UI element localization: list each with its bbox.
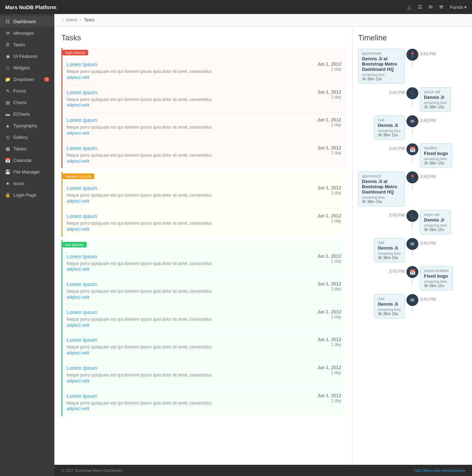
tl-left: mail Dennis Ji remaining time 3h 38m 15s <box>358 294 405 319</box>
tl-name: Fixed bugs <box>424 151 448 156</box>
task-link[interactable]: adipisci velit <box>67 131 89 136</box>
tl-remaining-label: remaining time <box>362 73 401 77</box>
sidebar-label-dropdown: Dropdown <box>13 77 34 82</box>
location-icon: 📍 <box>406 171 418 183</box>
sidebar-item-widgets[interactable]: ◻ Widgets <box>0 62 54 74</box>
task-link[interactable]: adipisci velit <box>67 295 89 300</box>
sidebar-item-gallery[interactable]: ◴ Gallery <box>0 131 54 143</box>
task-link[interactable]: adipisci velit <box>67 159 89 164</box>
task-title[interactable]: Lorem Ipsum <box>67 281 312 287</box>
breadcrumb-home[interactable]: Home <box>66 18 77 22</box>
task-item: Lorem Ipsum Neque porro quisquam est qui… <box>67 277 341 305</box>
sidebar-label-icons: Icons <box>13 181 24 186</box>
menu-icon[interactable]: ☰ <box>418 4 422 10</box>
task-item: Lorem Ipsum Neque porro quisquam est qui… <box>67 209 341 237</box>
wrench-icon[interactable]: ⚒ <box>439 4 444 10</box>
task-link[interactable]: adipisci velit <box>67 323 89 328</box>
task-title[interactable]: Lorem Ipsum <box>67 337 312 343</box>
phone-icon: 📞 <box>406 87 418 99</box>
task-duration: 1 day <box>317 259 341 264</box>
mail-icon[interactable]: ✉ <box>429 4 433 10</box>
location-icon: 📍 <box>406 49 418 61</box>
task-title[interactable]: Lorem Ipsum <box>67 117 312 123</box>
task-desc: Neque porro quisquam est qui dolorem ips… <box>67 344 312 356</box>
task-desc: Neque porro quisquam est qui dolorem ips… <box>67 97 312 109</box>
task-link[interactable]: adipisci velit <box>67 267 89 272</box>
tl-name: Dennis Ji <box>378 301 401 307</box>
tl-center: 📞 <box>405 210 420 229</box>
task-title[interactable]: Lorem Ipsum <box>67 61 312 67</box>
task-date: Jun 1, 2012 <box>317 365 341 370</box>
task-title[interactable]: Lorem Ipsum <box>67 145 312 151</box>
alert-icon[interactable]: △ <box>407 4 411 10</box>
tl-center: 📆 <box>405 266 420 285</box>
tl-card: appointment Dennis Ji at Bootstrap Metro… <box>358 171 405 206</box>
task-link[interactable]: adipisci velit <box>67 351 89 355</box>
sidebar-item-login-page[interactable]: 🔒 Login Page <box>0 189 54 201</box>
mail-icon: ✉ <box>406 294 418 306</box>
task-date: Jun 1, 2012 <box>317 185 341 190</box>
tl-name: Dennis Ji <box>378 123 401 128</box>
task-link[interactable]: adipisci velit <box>67 75 89 80</box>
medium-priority-items: Lorem Ipsum Neque porro quisquam est qui… <box>62 181 345 236</box>
task-duration: 1 day <box>317 150 341 155</box>
topbar: Mars NoDB Platform △ ☰ ✉ ⚒ Panda ▾ <box>0 0 472 14</box>
sidebar-item-icons[interactable]: ★ Icons <box>0 178 54 189</box>
sidebar-item-file-manager[interactable]: 💾 File Manager <box>0 166 54 178</box>
sidebar-item-messages[interactable]: ✉ Messages <box>0 27 54 39</box>
sidebar-item-dropdown[interactable]: 📁 Dropdown 3 <box>0 74 54 85</box>
sidebar-item-charts[interactable]: ▤ Charts <box>0 97 54 108</box>
task-link[interactable]: adipisci velit <box>67 379 89 383</box>
sidebar-item-tables[interactable]: ▦ Tables <box>0 143 54 155</box>
task-date: Jun 1, 2012 <box>317 393 341 398</box>
task-title[interactable]: Lorem Ipsum <box>67 253 312 259</box>
medium-priority-badge: medium priority <box>62 174 94 179</box>
tl-card: mail Dennis Ji remaining time 3h 38m 15s <box>374 115 405 140</box>
tl-card: appointment Dennis Ji at Bootstrap Metro… <box>358 49 405 84</box>
task-link[interactable]: adipisci velit <box>67 199 89 204</box>
type-icon: ▲ <box>5 123 11 128</box>
sidebar-item-ui-features[interactable]: ◉ UI Features <box>0 50 54 62</box>
task-meta: Jun 1, 2012 1 day <box>317 281 341 291</box>
task-date: Jun 1, 2012 <box>317 281 341 286</box>
task-link[interactable]: adipisci velit <box>67 406 89 411</box>
task-content: Lorem Ipsum Neque porro quisquam est qui… <box>67 185 312 204</box>
task-title[interactable]: Lorem Ipsum <box>67 89 312 95</box>
sidebar-item-dashboard[interactable]: ☷ Dashboard <box>0 16 54 27</box>
tl-type: appointment <box>362 52 401 55</box>
sidebar-item-typography[interactable]: ▲ Typography <box>0 120 54 131</box>
task-title[interactable]: Lorem Ipsum <box>67 309 312 315</box>
task-title[interactable]: Lorem Ipsum <box>67 213 312 219</box>
task-item: Lorem Ipsum Neque porro quisquam est qui… <box>67 305 341 333</box>
task-meta: Jun 1, 2012 1 day <box>317 61 341 72</box>
task-duration: 1 day <box>317 218 341 223</box>
task-link[interactable]: adipisci velit <box>67 227 89 232</box>
task-duration: 1 day <box>317 190 341 195</box>
sidebar-item-calendar[interactable]: 📅 Calendar <box>0 155 54 166</box>
task-link[interactable]: adipisci velit <box>67 103 89 108</box>
high-priority-items: Lorem Ipsum Neque porro quisquam est qui… <box>62 57 345 168</box>
tl-time: 3:43 PM <box>420 49 436 56</box>
sidebar-item-forms[interactable]: ✎ Forms <box>0 85 54 97</box>
timeline-event: mail Dennis Ji remaining time 3h 38m 15s… <box>358 294 467 319</box>
task-content: Lorem Ipsum Neque porro quisquam est qui… <box>67 117 312 136</box>
task-date: Jun 1, 2012 <box>317 145 341 150</box>
task-title[interactable]: Lorem Ipsum <box>67 393 312 399</box>
sidebar-item-echarts[interactable]: ▬ ECharts <box>0 108 54 120</box>
tl-remaining-time: 3h 38m 15s <box>378 256 401 260</box>
task-title[interactable]: Lorem Ipsum <box>67 365 312 371</box>
user-menu[interactable]: Panda ▾ <box>450 5 467 10</box>
tl-left: 3:43 PM <box>358 266 405 274</box>
task-desc: Neque porro quisquam est qui dolorem ips… <box>67 124 312 136</box>
body-wrap: ☷ Dashboard ✉ Messages ☰ Tasks ◉ UI Feat… <box>0 14 472 476</box>
tl-remaining-time: 3h 38m 15s <box>424 227 447 232</box>
footer-link[interactable]: http://blog.csdn.net/tyutpanda <box>414 468 465 472</box>
tl-card: deadline Fixed bugs remaining time 3h 38… <box>420 143 452 168</box>
tl-left: 3:43 PM <box>358 87 405 95</box>
tl-remaining-label: remaining time <box>424 280 449 284</box>
star-icon: ★ <box>5 181 11 186</box>
task-title[interactable]: Lorem Ipsum <box>67 185 312 191</box>
sidebar: ☷ Dashboard ✉ Messages ☰ Tasks ◉ UI Feat… <box>0 14 54 476</box>
sidebar-item-tasks[interactable]: ☰ Tasks <box>0 39 54 50</box>
tl-right: 3:43 PM <box>420 238 467 246</box>
